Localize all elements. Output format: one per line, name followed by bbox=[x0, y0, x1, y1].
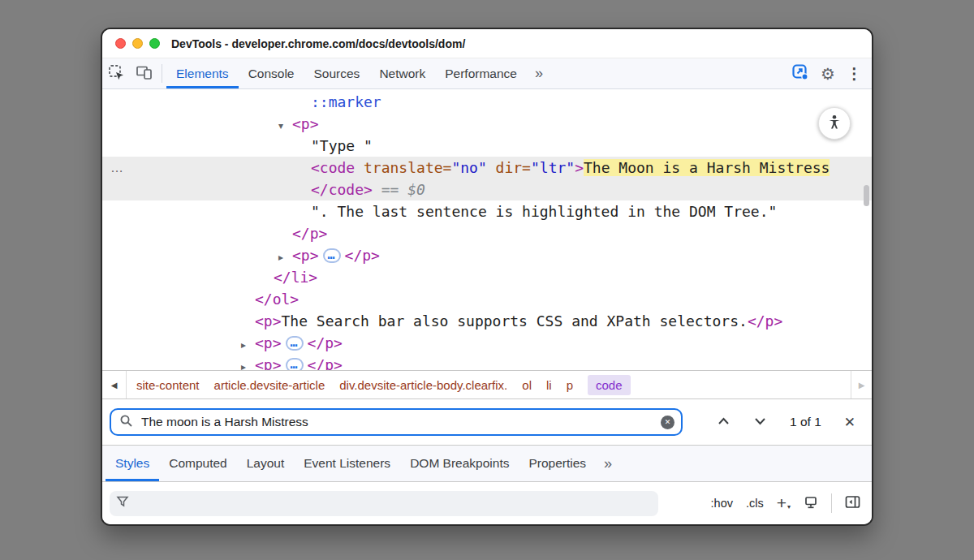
dom-tree-row[interactable]: "Type " bbox=[102, 135, 872, 157]
more-panels-button[interactable]: » bbox=[527, 58, 551, 88]
crumb-site-content[interactable]: site-content bbox=[136, 378, 200, 392]
new-style-rule-button[interactable]: + ▾ bbox=[777, 496, 791, 510]
dom-token-val: "no" bbox=[451, 159, 486, 176]
minimize-window-button[interactable] bbox=[132, 38, 143, 49]
dom-token-tag: <p> bbox=[255, 334, 282, 351]
styles-pane-toolbar: :hov .cls + ▾ bbox=[102, 482, 872, 524]
collapsed-content-badge[interactable]: … bbox=[286, 358, 304, 370]
dom-token-tag: </li> bbox=[274, 269, 317, 286]
sidebar-tab-computed[interactable]: Computed bbox=[159, 446, 237, 481]
dom-tree-row[interactable]: ::marker bbox=[102, 91, 872, 113]
chevron-left-icon: ◀ bbox=[111, 381, 118, 390]
sidebar-tab-bar: StylesComputedLayoutEvent ListenersDOM B… bbox=[102, 446, 872, 482]
dom-tree-row[interactable]: </li> bbox=[102, 266, 872, 288]
tab-console[interactable]: Console bbox=[239, 58, 304, 88]
tab-sources[interactable]: Sources bbox=[304, 58, 370, 88]
device-toolbar-button[interactable] bbox=[130, 58, 157, 88]
breadcrumb-scroll-left-button[interactable]: ◀ bbox=[102, 371, 127, 398]
next-match-button[interactable] bbox=[753, 416, 767, 429]
toggle-sidebar-button[interactable] bbox=[845, 495, 860, 511]
crumb-li[interactable]: li bbox=[546, 378, 552, 392]
sidebar-tab-dom-breakpoints[interactable]: DOM Breakpoints bbox=[400, 446, 519, 481]
scrollbar-thumb[interactable] bbox=[864, 185, 869, 206]
plug-icon bbox=[804, 495, 818, 512]
dom-token-tag: </p> bbox=[292, 225, 327, 242]
dom-tree-row[interactable]: …<code translate="no" dir="ltr">The Moon… bbox=[102, 157, 872, 179]
dom-tree-row[interactable]: </ol> bbox=[102, 288, 872, 310]
sidebar-tab-event-listeners[interactable]: Event Listeners bbox=[294, 446, 400, 481]
toolbar-separator bbox=[162, 64, 162, 83]
tab-elements[interactable]: Elements bbox=[166, 58, 239, 88]
expand-arrow-icon[interactable]: ▸ bbox=[241, 356, 255, 370]
dom-token-tag: <p> bbox=[255, 356, 282, 370]
dom-token-plain: ". The last sentence is highlighted in t… bbox=[311, 203, 777, 220]
rendering-emulation-button[interactable] bbox=[804, 495, 818, 512]
close-icon: ✕ bbox=[844, 414, 855, 431]
dom-token-tag: > bbox=[575, 159, 584, 176]
chevron-down-icon bbox=[753, 416, 767, 429]
tab-network[interactable]: Network bbox=[369, 58, 435, 88]
crumb-p[interactable]: p bbox=[567, 378, 573, 392]
toggle-element-classes-button[interactable]: .cls bbox=[746, 497, 764, 510]
dom-tree-panel[interactable]: ::marker▾<p>"Type "…<code translate="no"… bbox=[102, 89, 872, 370]
expand-arrow-icon[interactable]: ▸ bbox=[241, 334, 255, 356]
dom-token-tag: <p> bbox=[292, 115, 319, 132]
zoom-window-button[interactable] bbox=[149, 38, 160, 49]
clear-icon: ✕ bbox=[665, 418, 671, 426]
dom-tree-row[interactable]: ▾<p> bbox=[102, 113, 872, 135]
dom-tree-row[interactable]: ▸<p>…</p> bbox=[102, 332, 872, 354]
styles-toolbar-controls: :hov .cls + ▾ bbox=[711, 493, 860, 513]
inspect-element-button[interactable] bbox=[102, 58, 130, 88]
devtools-toolbar: ElementsConsoleSourcesNetworkPerformance… bbox=[102, 58, 872, 89]
styles-filter-input[interactable] bbox=[134, 496, 652, 510]
breadcrumb: site-contentarticle.devsite-articlediv.d… bbox=[127, 375, 631, 395]
close-search-button[interactable]: ✕ bbox=[844, 414, 855, 431]
kebab-menu-icon: ⋮ bbox=[847, 65, 862, 82]
dom-tree-row[interactable]: ▸<p>…</p> bbox=[102, 354, 872, 370]
collapse-arrow-icon[interactable]: ▾ bbox=[278, 115, 292, 137]
dom-token-tag: </code> bbox=[311, 181, 373, 198]
crumb-div-devsite-article-body-clearfix[interactable]: div.devsite-article-body.clearfix. bbox=[339, 378, 507, 392]
dom-tree-row[interactable]: <p>The Search bar also supports CSS and … bbox=[102, 310, 872, 332]
close-window-button[interactable] bbox=[115, 38, 126, 49]
dom-row-ellipsis[interactable]: … bbox=[110, 157, 125, 179]
settings-button[interactable]: ⚙ bbox=[817, 64, 838, 84]
dom-token-plain: The Search bar also supports CSS and XPa… bbox=[282, 312, 748, 330]
more-sidebar-tabs-button[interactable]: » bbox=[596, 446, 620, 481]
sidebar-tab-layout[interactable]: Layout bbox=[237, 446, 295, 481]
dom-tree-row[interactable]: </code> == $0 bbox=[102, 179, 872, 200]
dom-token-tag: <p> bbox=[255, 312, 282, 330]
crumb-article-devsite-article[interactable]: article.devsite-article bbox=[214, 378, 325, 392]
search-input[interactable] bbox=[140, 414, 661, 430]
clear-search-button[interactable]: ✕ bbox=[661, 416, 674, 429]
dom-tree-row[interactable]: ▸<p>…</p> bbox=[102, 244, 872, 266]
search-box[interactable]: ✕ bbox=[110, 408, 683, 436]
dom-tree-row[interactable]: ". The last sentence is highlighted in t… bbox=[102, 200, 872, 222]
devtools-menu-button[interactable]: ⋮ bbox=[843, 64, 865, 83]
sidebar-tab-properties[interactable]: Properties bbox=[519, 446, 596, 481]
arrow-square-button[interactable] bbox=[788, 63, 812, 84]
crumb-ol[interactable]: ol bbox=[522, 378, 532, 392]
dom-tree: ::marker▾<p>"Type "…<code translate="no"… bbox=[102, 89, 872, 370]
caret-down-icon: ▾ bbox=[787, 503, 791, 510]
crumb-code[interactable]: code bbox=[588, 375, 631, 395]
plus-icon: + bbox=[777, 496, 787, 510]
search-controls: 1 of 1 ✕ bbox=[717, 414, 872, 431]
dom-tree-row[interactable]: </p> bbox=[102, 222, 872, 244]
toggle-element-state-button[interactable]: :hov bbox=[711, 497, 733, 510]
sidebar-tab-styles[interactable]: Styles bbox=[106, 446, 159, 481]
styles-filter-box[interactable] bbox=[110, 491, 658, 516]
dom-token-tag: </p> bbox=[345, 247, 380, 264]
dom-token-tag: </ol> bbox=[255, 291, 299, 308]
expand-arrow-icon[interactable]: ▸ bbox=[278, 247, 292, 269]
collapsed-content-badge[interactable]: … bbox=[286, 336, 304, 351]
previous-match-button[interactable] bbox=[717, 416, 730, 429]
tab-performance[interactable]: Performance bbox=[435, 58, 527, 88]
breadcrumb-scroll-right-button[interactable]: ▶ bbox=[851, 371, 872, 398]
inspect-cursor-icon bbox=[108, 64, 125, 84]
toolbar-right-controls: ⚙ ⋮ bbox=[788, 58, 872, 88]
collapsed-content-badge[interactable]: … bbox=[323, 248, 341, 263]
dom-token-tag: </p> bbox=[308, 356, 343, 370]
dom-token-hl: The Moon is a Harsh Mistress bbox=[584, 159, 830, 176]
accessibility-button[interactable] bbox=[818, 107, 851, 140]
